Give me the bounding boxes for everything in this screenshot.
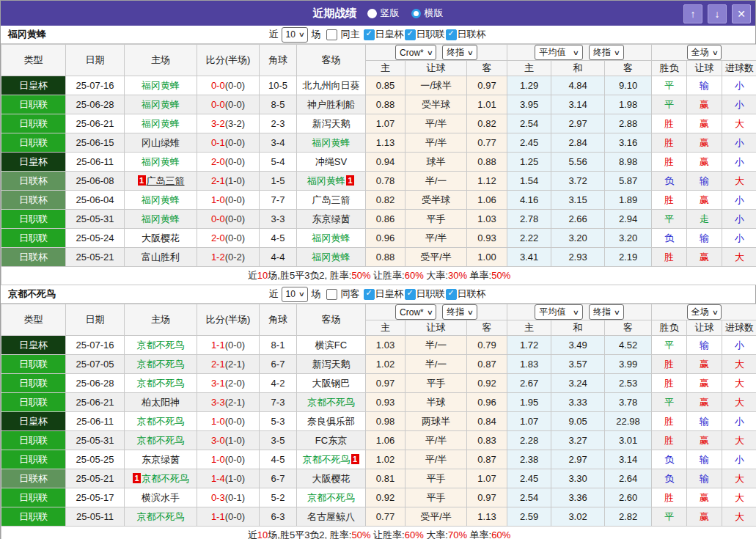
match-type-cell: 日职联 (1, 507, 66, 527)
radio-horizontal-layout[interactable]: 横版 (411, 7, 444, 20)
crow-home-odds-cell: 0.77 (366, 507, 405, 527)
odds-stage-select-1[interactable]: 终指∨ (442, 45, 477, 60)
odds-stage-select-1[interactable]: 终指∨ (442, 304, 477, 320)
halftime-score: (0-0) (225, 194, 245, 205)
recent-count-select[interactable]: 10∨ (282, 287, 309, 302)
team-link[interactable]: 京都不死鸟 (137, 416, 185, 427)
team-link[interactable]: 京都不死鸟 (307, 397, 355, 408)
average-select[interactable]: 平均值∨ (535, 45, 583, 60)
team-link[interactable]: 横滨水手 (142, 492, 180, 503)
bookmaker-select[interactable]: Crow*∨ (395, 304, 436, 320)
summary-text: 让胜率: (370, 270, 404, 281)
match-type-cell: 日职联 (1, 210, 66, 229)
layout-radio-group: 竖版 横版 (367, 7, 444, 20)
col-home: 主场 (125, 45, 197, 76)
team-link[interactable]: 福冈黄蜂 (312, 137, 351, 148)
close-button[interactable]: ✕ (732, 4, 751, 23)
crow-away-odds-cell: 0.87 (467, 450, 507, 469)
period-select[interactable]: 全场∨ (687, 45, 722, 60)
team-link[interactable]: 福冈黄蜂 (142, 194, 180, 205)
same-venue-checkbox[interactable] (326, 29, 337, 40)
cup-filter-checkbox[interactable] (446, 29, 457, 40)
team-link[interactable]: 福冈黄蜂 (312, 252, 351, 263)
outcome-result-cell: 胜 (652, 191, 687, 210)
move-down-button[interactable]: ↓ (708, 4, 727, 23)
team-link[interactable]: 福冈黄蜂 (307, 175, 345, 186)
match-row: 日职联25-06-28福冈黄蜂0-0(0-0)8-5神户胜利船0.88受半球1.… (1, 95, 756, 114)
handicap-result-cell: 赢 (687, 393, 722, 412)
team-link[interactable]: 大阪樱花 (312, 473, 351, 484)
team-link[interactable]: 福冈黄蜂 (312, 232, 351, 243)
team-link[interactable]: 北九州向日葵 (303, 80, 360, 91)
radio-vertical-icon[interactable] (367, 9, 377, 18)
cup-filter-checkbox[interactable] (364, 29, 375, 40)
fulltime-score: 2-1 (211, 175, 225, 186)
team-link[interactable]: 京都不死鸟 (137, 340, 185, 351)
cup-filter-checkbox[interactable] (405, 29, 416, 40)
radio-vertical-layout[interactable]: 竖版 (367, 7, 400, 20)
team-link[interactable]: 京都不死鸟 (137, 435, 185, 446)
team-link[interactable]: 京都不死鸟 (142, 473, 189, 484)
team-link[interactable]: 横滨FC (315, 340, 347, 351)
avg-draw-odds-cell: 4.84 (551, 76, 605, 95)
avg-away-odds-cell: 1.98 (605, 95, 652, 114)
team-link[interactable]: 京都不死鸟 (303, 454, 351, 465)
match-date-cell: 25-05-31 (66, 431, 125, 450)
radio-horizontal-icon[interactable] (411, 9, 421, 18)
team-link[interactable]: 奈良俱乐部 (307, 416, 355, 427)
team-link[interactable]: 广岛三箭 (312, 194, 351, 205)
team-link[interactable]: 福冈黄蜂 (142, 213, 180, 224)
home-team-cell: 东京绿茵 (125, 450, 197, 469)
team-link[interactable]: FC东京 (315, 435, 347, 446)
team-link[interactable]: 东京绿茵 (312, 213, 351, 224)
chevron-down-icon: ∨ (298, 31, 305, 38)
team-link[interactable]: 新泻天鹅 (312, 118, 351, 129)
team-link[interactable]: 大阪樱花 (142, 232, 180, 243)
cup-filter-checkbox[interactable] (446, 289, 457, 300)
cup-filter-checkbox[interactable] (405, 289, 416, 300)
crow-handicap-cell: 平/半 (405, 114, 467, 133)
radio-horizontal-label: 横版 (425, 7, 444, 20)
fulltime-score: 2-0 (211, 232, 225, 243)
corners-cell: 5-2 (260, 488, 297, 507)
team-link[interactable]: 柏太阳神 (142, 397, 180, 408)
team-link[interactable]: 冲绳SV (315, 156, 347, 167)
cup-filter-checkbox[interactable] (364, 289, 375, 300)
team-link[interactable]: 东京绿茵 (142, 454, 180, 465)
team-link[interactable]: 富山胜利 (142, 252, 180, 263)
team-link[interactable]: 大阪钢巴 (312, 378, 351, 389)
team-link[interactable]: 京都不死鸟 (307, 492, 355, 503)
team-link[interactable]: 福冈黄蜂 (142, 156, 180, 167)
team-link[interactable]: 福冈黄蜂 (142, 118, 180, 129)
score-cell: 3-1(2-0) (197, 374, 260, 393)
recent-count-select[interactable]: 10∨ (282, 27, 309, 43)
team-link[interactable]: 神户胜利船 (307, 99, 355, 110)
bookmaker-select[interactable]: Crow*∨ (395, 45, 436, 60)
team-link[interactable]: 冈山绿雉 (142, 137, 180, 148)
sections-root: 福冈黄蜂 近 10∨ 场 同主 日皇杯日职联日联杯 (1, 26, 755, 539)
avg-draw-odds-cell: 3.36 (551, 488, 605, 507)
team-link[interactable]: 名古屋鲸八 (307, 511, 355, 522)
chevron-down-icon: ∨ (614, 49, 620, 56)
filter-suffix-label: 场 (311, 287, 320, 301)
odds-stage-select-2[interactable]: 终指∨ (589, 304, 624, 320)
home-team-cell: 1京都不死鸟 (125, 469, 197, 488)
team-link[interactable]: 广岛三箭 (147, 175, 185, 186)
avg-home-odds-cell: 3.95 (507, 95, 551, 114)
period-select[interactable]: 全场∨ (687, 304, 722, 320)
team-link[interactable]: 京都不死鸟 (137, 378, 185, 389)
crow-home-odds-cell: 0.82 (366, 191, 405, 210)
odds-stage-select-2[interactable]: 终指∨ (589, 45, 624, 60)
average-select[interactable]: 平均值∨ (535, 304, 583, 320)
move-up-button[interactable]: ↑ (683, 4, 702, 23)
match-row: 日皇杯25-07-16福冈黄蜂0-0(0-0)10-5北九州向日葵0.85一/球… (1, 76, 756, 95)
same-venue-checkbox[interactable] (326, 289, 337, 300)
team-section: 京都不死鸟 近 10∨ 场 同客 日皇杯日职联日联杯 (1, 285, 755, 539)
team-link[interactable]: 京都不死鸟 (137, 359, 185, 370)
match-date-cell: 25-06-08 (66, 172, 125, 191)
outcome-result-cell: 平 (652, 393, 687, 412)
team-link[interactable]: 福冈黄蜂 (142, 80, 180, 91)
team-link[interactable]: 新泻天鹅 (312, 359, 351, 370)
team-link[interactable]: 福冈黄蜂 (142, 99, 180, 110)
team-link[interactable]: 京都不死鸟 (137, 511, 185, 522)
